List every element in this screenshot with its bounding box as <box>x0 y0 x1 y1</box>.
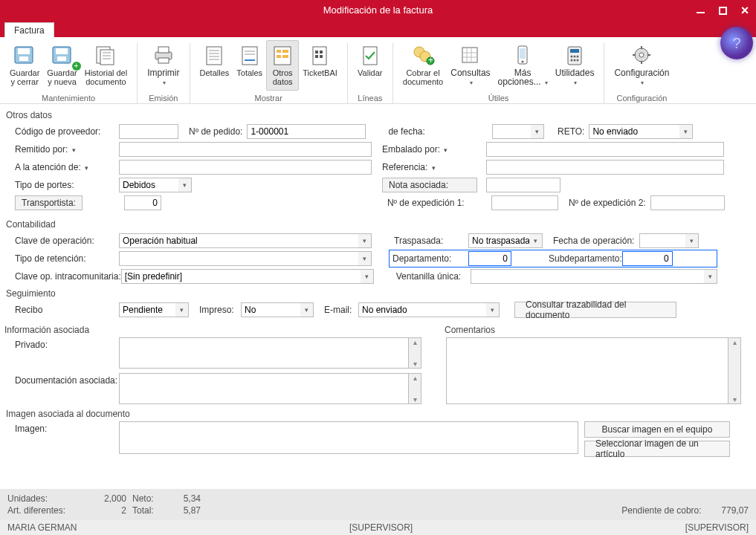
dropdown-reto[interactable]: ▾ <box>679 124 693 139</box>
input-expedicion2[interactable] <box>650 195 725 210</box>
button-trazabilidad[interactable]: Consultar trazabilidad del documento <box>514 302 676 318</box>
status-bar: MARIA GERMAN [SUPERVISOR] [SUPERVISOR] <box>0 520 756 535</box>
svg-rect-2 <box>19 56 28 61</box>
label-referencia[interactable]: Referencia: <box>382 162 486 172</box>
scrollbar-comentarios[interactable]: ▴▾ <box>728 337 741 404</box>
configuracion-button[interactable]: Configuración <box>610 40 673 91</box>
input-clave-intracom[interactable] <box>121 269 374 284</box>
mas-opciones-button[interactable]: Más opciones... <box>494 40 552 91</box>
svg-rect-19 <box>242 47 257 65</box>
group-label-mostrar: Mostrar <box>196 92 341 103</box>
otros-datos-button[interactable]: Otros datos <box>266 40 299 91</box>
svg-rect-47 <box>570 49 579 53</box>
input-remitido[interactable] <box>119 142 372 157</box>
input-reto[interactable] <box>589 124 693 139</box>
totals-icon <box>237 42 262 68</box>
input-transportista[interactable] <box>124 195 161 210</box>
input-pedido[interactable] <box>247 124 366 139</box>
svg-rect-26 <box>277 55 281 58</box>
validate-icon <box>358 42 383 68</box>
label-neto: Neto: <box>132 493 164 504</box>
scrollbar-privado[interactable]: ▴▾ <box>409 337 421 369</box>
dropdown-tipo-portes[interactable]: ▾ <box>178 178 192 192</box>
dropdown-ventanilla[interactable]: ▾ <box>704 269 717 284</box>
svg-rect-30 <box>320 51 323 54</box>
historial-documento-button[interactable]: Historial del documento <box>81 40 131 91</box>
svg-rect-14 <box>207 47 222 65</box>
button-transportista[interactable]: Transportista: <box>15 195 83 210</box>
calculator-icon <box>562 42 587 68</box>
input-clave-operacion[interactable] <box>119 233 372 248</box>
label-atencion[interactable]: A la atención de: <box>7 162 119 172</box>
label-ventanilla: Ventanilla única: <box>396 271 471 282</box>
ribbon: Guardar y cerrar + Guardar y nueva Histo… <box>0 37 756 104</box>
label-codigo-proveedor: Código de proveedor: <box>7 126 119 137</box>
group-label-config: Configuración <box>610 92 673 103</box>
button-buscar-imagen[interactable]: Buscar imagen en el equipo <box>584 421 730 438</box>
validar-button[interactable]: Validar <box>354 40 387 91</box>
svg-point-48 <box>571 56 573 58</box>
input-referencia[interactable] <box>486 160 724 175</box>
input-departamento[interactable] <box>468 251 511 266</box>
close-button[interactable]: × <box>734 0 756 21</box>
queries-icon <box>458 42 483 68</box>
svg-point-53 <box>577 59 579 62</box>
label-pendiente: Pendiente de cobro: <box>621 505 701 516</box>
label-total: Total: <box>132 505 164 516</box>
button-seleccionar-imagen[interactable]: Seleccionar imagen de un artículo <box>584 441 730 457</box>
input-expedicion1[interactable] <box>491 195 558 210</box>
cobrar-documento-button[interactable]: + Cobrar el documento <box>399 40 447 91</box>
textarea-imagen[interactable] <box>119 421 578 454</box>
help-orb-icon[interactable]: ? <box>720 27 753 59</box>
svg-rect-33 <box>364 47 377 65</box>
textarea-comentarios[interactable] <box>446 337 728 404</box>
input-embalado[interactable] <box>486 142 724 157</box>
dropdown-clave-op[interactable]: ▾ <box>358 233 372 248</box>
input-nota-asociada[interactable] <box>486 178 560 192</box>
scrollbar-doc-asociada[interactable]: ▴▾ <box>409 373 421 404</box>
dropdown-clave-intra[interactable]: ▾ <box>361 269 374 284</box>
input-codigo-proveedor[interactable] <box>119 124 178 139</box>
guardar-nueva-button[interactable]: + Guardar y nueva <box>43 40 80 91</box>
input-tipo-retencion[interactable] <box>119 251 372 266</box>
input-ventanilla[interactable] <box>471 269 717 284</box>
guardar-cerrar-button[interactable]: Guardar y cerrar <box>6 40 43 91</box>
dropdown-recibo[interactable]: ▾ <box>175 302 189 317</box>
group-label-utiles: Útiles <box>399 92 598 103</box>
label-de-fecha: de fecha: <box>388 126 492 137</box>
svg-rect-44 <box>520 48 526 59</box>
detalles-button[interactable]: Detalles <box>196 40 233 91</box>
dropdown-email[interactable]: ▾ <box>486 302 500 317</box>
consultas-button[interactable]: Consultas <box>447 40 494 91</box>
input-subdepartamento[interactable] <box>622 251 673 266</box>
label-remitido[interactable]: Remitido por: <box>7 144 119 155</box>
textarea-privado[interactable] <box>119 337 409 369</box>
section-comentarios: Comentarios <box>445 325 749 335</box>
label-unidades: Unidades: <box>7 493 97 504</box>
dropdown-traspasada[interactable]: ▾ <box>529 233 543 248</box>
dropdown-de-fecha[interactable]: ▾ <box>531 124 544 139</box>
label-tipo-portes: Tipo de portes: <box>7 180 119 190</box>
maximize-button[interactable] <box>711 0 734 21</box>
value-neto: 5,34 <box>164 493 201 504</box>
button-nota-asociada[interactable]: Nota asociada: <box>382 178 477 192</box>
save-close-icon <box>12 42 37 68</box>
label-traspasada: Traspasada: <box>394 236 468 246</box>
svg-rect-1 <box>18 48 30 54</box>
minimize-button[interactable] <box>689 0 711 21</box>
dropdown-tipo-ret[interactable]: ▾ <box>358 251 372 266</box>
label-embalado[interactable]: Embalado por: <box>382 144 486 155</box>
utilidades-button[interactable]: Utilidades <box>552 40 598 91</box>
input-atencion[interactable] <box>119 160 372 175</box>
label-privado: Privado: <box>7 337 119 350</box>
textarea-doc-asociada[interactable] <box>119 373 409 404</box>
dropdown-fecha-op[interactable]: ▾ <box>685 233 699 248</box>
input-email[interactable] <box>358 302 500 317</box>
value-art-diferentes: 2 <box>97 505 126 516</box>
imprimir-button[interactable]: Imprimir <box>143 40 183 91</box>
label-tipo-retencion: Tipo de retención: <box>7 253 119 264</box>
ticketbai-button[interactable]: TicketBAI <box>299 40 341 91</box>
tab-factura[interactable]: Factura <box>4 22 54 37</box>
dropdown-impreso[interactable]: ▾ <box>300 302 314 317</box>
totales-button[interactable]: Totales <box>233 40 266 91</box>
